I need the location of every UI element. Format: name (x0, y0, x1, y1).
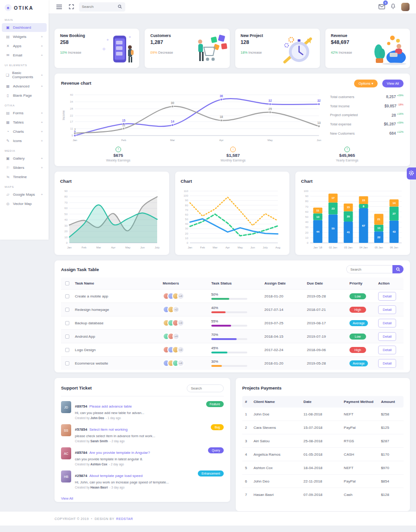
user-avatar[interactable] (401, 3, 410, 11)
svg-text:Jun: Jun (140, 246, 145, 249)
sidebar-item-charts[interactable]: ◔ Charts + (2, 127, 47, 136)
ticket-title-link[interactable]: Are you provide template in Angular? (89, 451, 150, 455)
sidebar-item-dashboard[interactable]: ▣ Dashboard (2, 23, 47, 32)
shopping-illustration (188, 33, 230, 66)
svg-text:03 Jan: 03 Jan (344, 246, 353, 249)
sidebar-item-advanced[interactable]: ▦ Advanced + (2, 82, 47, 91)
table-row: Redesign homepage +2 40% 2017-07-14 2018… (61, 303, 404, 316)
progress-bar (211, 298, 247, 300)
stat-card-change: 18% Increase (241, 50, 263, 55)
row-checkbox[interactable] (65, 321, 69, 325)
mail-icon[interactable]: 6 (379, 3, 385, 11)
settings-fab-button[interactable] (407, 167, 416, 179)
svg-text:43: 43 (393, 230, 396, 233)
stat-value: $6,287 +09% (384, 121, 404, 126)
assign-date: 2019-07-25 (264, 321, 307, 325)
detail-button[interactable]: Detail (378, 332, 396, 341)
svg-text:5: 5 (72, 134, 73, 137)
sidebar-item-blank-page[interactable]: ▯ Blank Page (2, 91, 47, 100)
sidebar-item-label: Advanced (13, 84, 30, 88)
apps-icon: ✕ (6, 44, 10, 48)
payment-cell: Hasan Basri (253, 493, 303, 497)
sidebar-item-google-maps[interactable]: ▱ Google Maps + (2, 190, 47, 199)
ticket-tag-badge: Enhancement (198, 470, 224, 476)
payment-cell: 01-05-2018 (304, 452, 344, 457)
svg-text:May: May (238, 246, 243, 249)
ticket-title-link[interactable]: About template page load speed (89, 474, 142, 478)
sidebar-item-apps[interactable]: ✕ Apps + (2, 42, 47, 50)
row-checkbox[interactable] (65, 308, 69, 312)
ticket-tag-badge: Bug (211, 424, 224, 430)
earnings-row: ↑ $675 Weekly Earnings ↓ $1,587 Monthly … (61, 144, 404, 162)
header-search-input[interactable] (82, 5, 118, 9)
sidebar-item-gallery[interactable]: ▣ Gallery + (2, 154, 47, 163)
row-checkbox[interactable] (65, 348, 69, 352)
expand-plus-icon: + (41, 120, 43, 124)
svg-text:90: 90 (185, 199, 188, 202)
menu-toggle-icon[interactable] (55, 3, 63, 11)
detail-button[interactable]: Detail (378, 359, 396, 368)
progress-bar (211, 325, 247, 327)
detail-button[interactable]: Detail (378, 292, 396, 301)
row-checkbox[interactable] (65, 361, 69, 365)
revenue-chart-title: Revenue chart (61, 80, 91, 86)
svg-text:Mar: Mar (213, 246, 217, 249)
support-search-input[interactable] (187, 384, 224, 392)
options-button[interactable]: Options ▾ (354, 80, 378, 87)
svg-text:Aug: Aug (275, 246, 280, 249)
detail-button[interactable]: Detail (378, 346, 396, 354)
sidebar-item-icons[interactable]: ✎ Icons + (2, 136, 47, 145)
ticket-body: Hi, can you please add new table for adv… (75, 411, 144, 415)
payment-cell: $854 (381, 479, 404, 483)
ticket-title-link[interactable]: Please add advance table (89, 404, 132, 408)
icons-icon: ✎ (6, 139, 10, 143)
bell-icon[interactable] (391, 3, 396, 11)
stat-label: Total Income (330, 104, 350, 108)
bar-chart-card: Chart 0102030405060708090100Jan '1844131… (295, 172, 410, 255)
svg-text:50: 50 (185, 218, 188, 221)
task-search-button[interactable] (392, 265, 404, 273)
svg-text:40: 40 (64, 218, 67, 221)
detail-button[interactable]: Detail (378, 319, 396, 328)
stat-card-title: Revenue (331, 33, 352, 38)
svg-text:Feb: Feb (81, 246, 86, 249)
expand-plus-icon: + (41, 53, 43, 57)
area-chart-card: Chart 0102030405060708090JanFebMarAprMay… (55, 172, 169, 255)
sidebar-item-label: Widgets (13, 35, 26, 39)
svg-text:Jan: Jan (73, 139, 77, 142)
table-row: 5Ashton Cox18-04-2018NEFT$970 (242, 461, 404, 475)
chart-title: Chart (181, 179, 192, 184)
charts-row: Chart 0102030405060708090JanFebMarAprMay… (55, 172, 410, 255)
sidebar-item-label: Tables (13, 120, 24, 124)
sidebar-item-widgets[interactable]: ▤ Widgets + (2, 32, 47, 41)
sidebar-item-vector-map[interactable]: ◎ Vector Map (2, 199, 47, 208)
column-header-members: Members (163, 281, 211, 285)
sidebar-item-basic-components[interactable]: ❏ Basic Components + (2, 68, 47, 81)
row-checkbox[interactable] (65, 294, 69, 298)
payment-cell: Angelica Ramos (253, 452, 303, 457)
detail-button[interactable]: Detail (378, 305, 396, 314)
task-status: 45% (211, 346, 264, 353)
view-all-button[interactable]: View All (382, 80, 404, 87)
sidebar-item-email[interactable]: ✉ Email + (2, 51, 47, 60)
table-row: 2Cara Stevens15-07-2018PayPal$125 (242, 421, 404, 434)
stat-card-new-booking: New Booking 258 10% Increase (55, 29, 139, 68)
svg-text:67: 67 (362, 224, 366, 227)
footer-brand-link[interactable]: REDSTAR (116, 517, 133, 520)
sidebar-item-timeline[interactable]: ≒ Timeline (2, 173, 47, 181)
ticket-title-link[interactable]: Select item not working (89, 427, 128, 432)
payment-cell: 18-04-2018 (304, 466, 344, 470)
task-search-input[interactable] (346, 265, 392, 273)
fullscreen-icon[interactable] (67, 3, 75, 11)
sidebar-item-sliders[interactable]: ⚐ Sliders + (2, 163, 47, 172)
support-view-all-link[interactable]: View All (61, 496, 73, 501)
svg-text:21: 21 (378, 218, 381, 221)
sidebar-item-forms[interactable]: ▤ Forms + (2, 109, 47, 118)
sidebar-item-tables[interactable]: ▦ Tables + (2, 118, 47, 127)
ticket-item: HB #25874 About template page load speed… (61, 470, 224, 489)
payment-cell: 1 (242, 412, 253, 416)
revenue-stat-project-completed: Project completed 28 +16% (330, 112, 404, 118)
row-checkbox[interactable] (65, 334, 69, 339)
select-all-checkbox[interactable] (65, 281, 69, 285)
sidebar-item-label: Gallery (13, 156, 24, 161)
